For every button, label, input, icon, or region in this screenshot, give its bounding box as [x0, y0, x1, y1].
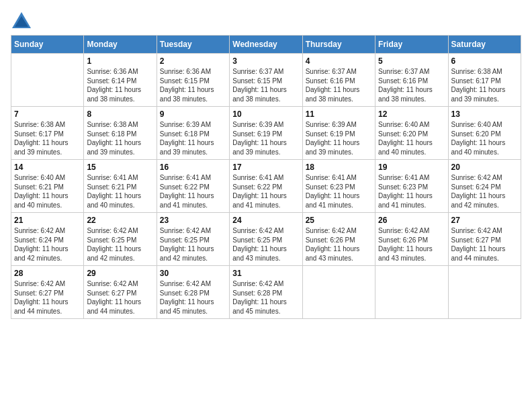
day-number: 2	[160, 56, 226, 66]
calendar-cell: 6Sunrise: 6:38 AMSunset: 6:17 PMDaylight…	[448, 54, 521, 107]
day-number: 8	[87, 109, 153, 119]
day-info: Sunrise: 6:41 AMSunset: 6:21 PMDaylight:…	[87, 173, 153, 210]
calendar-cell: 27Sunrise: 6:42 AMSunset: 6:27 PMDayligh…	[448, 213, 521, 266]
day-number: 23	[160, 216, 226, 225]
calendar-cell: 10Sunrise: 6:39 AMSunset: 6:19 PMDayligh…	[230, 107, 302, 160]
day-info: Sunrise: 6:41 AMSunset: 6:23 PMDaylight:…	[306, 173, 372, 210]
weekday-header-friday: Friday	[375, 36, 448, 54]
day-info: Sunrise: 6:40 AMSunset: 6:20 PMDaylight:…	[378, 120, 445, 156]
calendar-header: SundayMondayTuesdayWednesdayThursdayFrid…	[11, 36, 521, 54]
day-number: 19	[378, 163, 445, 172]
calendar-week-row: 21Sunrise: 6:42 AMSunset: 6:24 PMDayligh…	[11, 213, 521, 266]
day-info: Sunrise: 6:37 AMSunset: 6:16 PMDaylight:…	[378, 67, 445, 103]
calendar-cell: 8Sunrise: 6:38 AMSunset: 6:18 PMDaylight…	[84, 107, 157, 160]
day-number: 15	[87, 163, 153, 172]
day-number: 7	[14, 109, 81, 119]
calendar-week-row: 7Sunrise: 6:38 AMSunset: 6:17 PMDaylight…	[11, 107, 521, 160]
calendar-cell: 26Sunrise: 6:42 AMSunset: 6:26 PMDayligh…	[375, 213, 448, 266]
day-info: Sunrise: 6:39 AMSunset: 6:19 PMDaylight:…	[232, 120, 299, 156]
weekday-header-tuesday: Tuesday	[157, 36, 229, 54]
calendar-cell: 4Sunrise: 6:37 AMSunset: 6:16 PMDaylight…	[302, 54, 375, 107]
calendar-cell: 17Sunrise: 6:41 AMSunset: 6:22 PMDayligh…	[230, 160, 302, 213]
day-info: Sunrise: 6:42 AMSunset: 6:28 PMDaylight:…	[160, 279, 226, 316]
calendar-week-row: 28Sunrise: 6:42 AMSunset: 6:27 PMDayligh…	[11, 266, 521, 319]
day-info: Sunrise: 6:42 AMSunset: 6:24 PMDaylight:…	[451, 173, 518, 210]
day-number: 3	[232, 56, 299, 66]
day-info: Sunrise: 6:41 AMSunset: 6:23 PMDaylight:…	[378, 173, 445, 210]
day-number: 16	[160, 163, 226, 172]
calendar-cell	[11, 54, 84, 107]
day-info: Sunrise: 6:38 AMSunset: 6:17 PMDaylight:…	[451, 67, 518, 103]
day-number: 31	[232, 269, 299, 278]
day-info: Sunrise: 6:36 AMSunset: 6:14 PMDaylight:…	[87, 67, 153, 103]
day-info: Sunrise: 6:38 AMSunset: 6:17 PMDaylight:…	[14, 120, 81, 156]
calendar-cell: 5Sunrise: 6:37 AMSunset: 6:16 PMDaylight…	[375, 54, 448, 107]
day-info: Sunrise: 6:39 AMSunset: 6:18 PMDaylight:…	[160, 120, 226, 156]
logo	[11, 11, 34, 30]
calendar-week-row: 14Sunrise: 6:40 AMSunset: 6:21 PMDayligh…	[11, 160, 521, 213]
day-info: Sunrise: 6:42 AMSunset: 6:27 PMDaylight:…	[87, 279, 153, 316]
day-info: Sunrise: 6:38 AMSunset: 6:18 PMDaylight:…	[87, 120, 153, 156]
calendar-cell: 22Sunrise: 6:42 AMSunset: 6:25 PMDayligh…	[84, 213, 157, 266]
day-number: 22	[87, 216, 153, 225]
day-info: Sunrise: 6:37 AMSunset: 6:16 PMDaylight:…	[306, 67, 372, 103]
calendar-cell: 2Sunrise: 6:36 AMSunset: 6:15 PMDaylight…	[157, 54, 229, 107]
day-info: Sunrise: 6:42 AMSunset: 6:27 PMDaylight:…	[14, 279, 81, 316]
day-number: 25	[306, 216, 372, 225]
day-number: 27	[451, 216, 518, 225]
calendar-cell: 30Sunrise: 6:42 AMSunset: 6:28 PMDayligh…	[157, 266, 229, 319]
day-number: 24	[232, 216, 299, 225]
day-number: 14	[14, 163, 81, 172]
day-number: 28	[14, 269, 81, 278]
weekday-header-sunday: Sunday	[11, 36, 84, 54]
calendar-cell: 3Sunrise: 6:37 AMSunset: 6:15 PMDaylight…	[230, 54, 302, 107]
calendar-cell: 14Sunrise: 6:40 AMSunset: 6:21 PMDayligh…	[11, 160, 84, 213]
day-info: Sunrise: 6:42 AMSunset: 6:27 PMDaylight:…	[451, 226, 518, 263]
day-info: Sunrise: 6:36 AMSunset: 6:15 PMDaylight:…	[160, 67, 226, 103]
day-number: 18	[306, 163, 372, 172]
calendar-cell	[302, 266, 375, 319]
calendar-cell: 29Sunrise: 6:42 AMSunset: 6:27 PMDayligh…	[84, 266, 157, 319]
day-number: 4	[306, 56, 372, 66]
calendar-cell: 13Sunrise: 6:40 AMSunset: 6:20 PMDayligh…	[448, 107, 521, 160]
calendar-cell: 21Sunrise: 6:42 AMSunset: 6:24 PMDayligh…	[11, 213, 84, 266]
calendar-cell: 15Sunrise: 6:41 AMSunset: 6:21 PMDayligh…	[84, 160, 157, 213]
day-number: 20	[451, 163, 518, 172]
logo-icon	[11, 11, 32, 30]
calendar-cell: 24Sunrise: 6:42 AMSunset: 6:25 PMDayligh…	[230, 213, 302, 266]
calendar-cell: 7Sunrise: 6:38 AMSunset: 6:17 PMDaylight…	[11, 107, 84, 160]
day-number: 10	[232, 109, 299, 119]
day-number: 30	[160, 269, 226, 278]
calendar-cell: 16Sunrise: 6:41 AMSunset: 6:22 PMDayligh…	[157, 160, 229, 213]
day-info: Sunrise: 6:41 AMSunset: 6:22 PMDaylight:…	[160, 173, 226, 210]
calendar-cell: 23Sunrise: 6:42 AMSunset: 6:25 PMDayligh…	[157, 213, 229, 266]
weekday-header-thursday: Thursday	[302, 36, 375, 54]
calendar-cell: 20Sunrise: 6:42 AMSunset: 6:24 PMDayligh…	[448, 160, 521, 213]
calendar-cell: 11Sunrise: 6:39 AMSunset: 6:19 PMDayligh…	[302, 107, 375, 160]
day-number: 12	[378, 109, 445, 119]
day-info: Sunrise: 6:42 AMSunset: 6:24 PMDaylight:…	[14, 226, 81, 263]
day-info: Sunrise: 6:42 AMSunset: 6:26 PMDaylight:…	[378, 226, 445, 263]
weekday-header-wednesday: Wednesday	[230, 36, 302, 54]
calendar-table: SundayMondayTuesdayWednesdayThursdayFrid…	[11, 35, 521, 319]
weekday-header-monday: Monday	[84, 36, 157, 54]
day-number: 29	[87, 269, 153, 278]
calendar-cell	[448, 266, 521, 319]
calendar-cell: 25Sunrise: 6:42 AMSunset: 6:26 PMDayligh…	[302, 213, 375, 266]
day-info: Sunrise: 6:37 AMSunset: 6:15 PMDaylight:…	[232, 67, 299, 103]
day-info: Sunrise: 6:42 AMSunset: 6:26 PMDaylight:…	[306, 226, 372, 263]
day-info: Sunrise: 6:39 AMSunset: 6:19 PMDaylight:…	[306, 120, 372, 156]
day-info: Sunrise: 6:42 AMSunset: 6:28 PMDaylight:…	[232, 279, 299, 316]
day-info: Sunrise: 6:42 AMSunset: 6:25 PMDaylight:…	[232, 226, 299, 263]
day-info: Sunrise: 6:40 AMSunset: 6:20 PMDaylight:…	[451, 120, 518, 156]
calendar-week-row: 1Sunrise: 6:36 AMSunset: 6:14 PMDaylight…	[11, 54, 521, 107]
calendar-cell: 31Sunrise: 6:42 AMSunset: 6:28 PMDayligh…	[230, 266, 302, 319]
calendar-cell	[375, 266, 448, 319]
day-number: 6	[451, 56, 518, 66]
day-info: Sunrise: 6:42 AMSunset: 6:25 PMDaylight:…	[160, 226, 226, 263]
calendar-cell: 18Sunrise: 6:41 AMSunset: 6:23 PMDayligh…	[302, 160, 375, 213]
day-number: 21	[14, 216, 81, 225]
calendar-cell: 28Sunrise: 6:42 AMSunset: 6:27 PMDayligh…	[11, 266, 84, 319]
page-header	[11, 11, 521, 30]
day-number: 26	[378, 216, 445, 225]
